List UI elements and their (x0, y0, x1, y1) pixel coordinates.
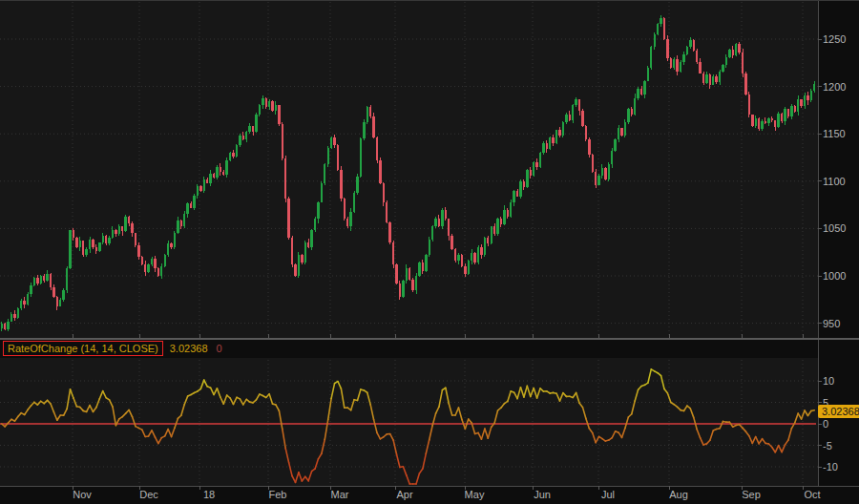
chart-canvas[interactable] (0, 1, 859, 504)
price-axis-label: 1050 (823, 222, 846, 234)
indicator-legend: RateOfChange (14, 14, CLOSE) 3.02368 0 (3, 341, 222, 356)
time-axis[interactable] (0, 486, 859, 504)
time-axis-label: Sep (742, 489, 761, 500)
candlestick-series (1, 15, 816, 331)
grid (0, 2, 818, 484)
indicator-axis-label: 0 (823, 418, 828, 430)
price-axis-label: 1250 (823, 33, 846, 45)
time-axis-label: Aug (669, 489, 688, 500)
price-axis-label: 950 (823, 318, 840, 329)
time-axis-label: Jul (601, 489, 615, 500)
time-axis-label: Dec (139, 489, 158, 500)
price-axis-label: 1000 (823, 270, 846, 282)
indicator-axis-label: -10 (823, 461, 838, 472)
time-axis-label: 18 (203, 489, 215, 500)
price-axis-label: 1150 (823, 128, 846, 139)
time-axis-label: May (465, 489, 485, 500)
trading-chart-window: RateOfChange (14, 14, CLOSE) 3.02368 0 1… (0, 0, 859, 504)
roc-line-series (2, 369, 815, 484)
indicator-value: 3.02368 (170, 343, 208, 354)
indicator-legend-label[interactable]: RateOfChange (14, 14, CLOSE) (3, 341, 163, 356)
time-axis-label: Oct (804, 489, 820, 500)
indicator-axis-label: -5 (823, 440, 832, 452)
pane-separator[interactable] (0, 338, 859, 340)
price-axis-label: 1200 (823, 81, 846, 93)
time-axis-label: Nov (73, 489, 92, 500)
axis-ticks (73, 39, 822, 490)
time-axis-label: Apr (396, 489, 412, 500)
indicator-axis-badge: 3.02368 (818, 405, 859, 418)
time-axis-label: Mar (331, 489, 349, 500)
time-axis-label: Jun (534, 489, 551, 500)
indicator-zero-value: 0 (217, 343, 222, 354)
price-axis-label: 1100 (823, 176, 846, 187)
time-axis-label: Feb (269, 489, 287, 500)
indicator-axis-label: 10 (823, 375, 834, 387)
